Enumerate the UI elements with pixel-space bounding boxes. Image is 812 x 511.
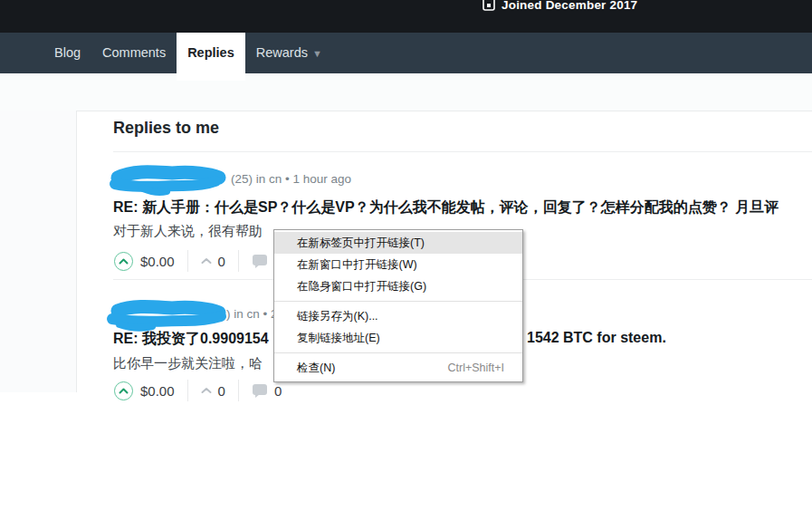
tab-rewards-label: Rewards xyxy=(256,45,308,60)
profile-nav: Blog Comments Replies Rewards▼ xyxy=(0,33,812,73)
upvote-button[interactable] xyxy=(114,252,133,271)
inspect-shortcut: Ctrl+Shift+I xyxy=(447,357,504,379)
chevron-up-icon xyxy=(201,257,212,265)
page-background-strip xyxy=(0,73,812,111)
profile-header-bar: Joined December 2017 xyxy=(0,0,812,33)
reply2-body: 比你早一步就关注啦，哈 xyxy=(113,355,263,372)
context-menu-item-open-link-incognito[interactable]: 在隐身窗口中打开链接(G) xyxy=(274,275,522,297)
page-title: Replies to me xyxy=(113,119,219,138)
context-menu-item-open-link-new-window[interactable]: 在新窗口中打开链接(W) xyxy=(274,254,522,275)
tab-blog[interactable]: Blog xyxy=(43,33,91,73)
joined-date: Joined December 2017 xyxy=(502,0,637,12)
vote-count[interactable]: 0 xyxy=(218,254,225,269)
heading-divider xyxy=(113,151,812,152)
chevron-up-icon xyxy=(119,388,129,394)
calendar-icon xyxy=(482,0,495,14)
chevron-up-icon xyxy=(119,258,129,265)
tab-replies[interactable]: Replies xyxy=(177,33,245,81)
payout-value[interactable]: $0.00 xyxy=(140,254,175,269)
divider xyxy=(187,250,188,272)
chevron-down-icon: ▼ xyxy=(312,48,322,59)
context-menu-item-copy-link-address[interactable]: 复制链接地址(E) xyxy=(274,327,522,349)
context-menu-item-open-link-new-tab[interactable]: 在新标签页中打开链接(T) xyxy=(274,232,522,254)
card-top-border xyxy=(76,111,812,111)
reply1-body: 对于新人来说，很有帮助 xyxy=(113,223,263,240)
upvote-button[interactable] xyxy=(114,381,133,400)
reply1-meta[interactable]: (25) in cn • 1 hour ago xyxy=(231,172,351,186)
reply2-footer: $0.00 0 0 xyxy=(114,380,282,401)
card-left-border xyxy=(76,111,77,392)
comment-count[interactable]: 0 xyxy=(274,383,282,399)
comments-icon[interactable] xyxy=(252,254,268,269)
vote-count[interactable]: 0 xyxy=(218,383,225,399)
reply2-title-left[interactable]: RE: 我投资了0.9909154 xyxy=(113,330,269,349)
chevron-up-icon xyxy=(201,387,212,394)
vote-count-icon[interactable] xyxy=(201,387,212,394)
steemit-replies-page: Joined December 2017 Blog Comments Repli… xyxy=(0,0,812,511)
tab-comments[interactable]: Comments xyxy=(91,33,177,73)
context-menu-item-inspect[interactable]: 检查(N) Ctrl+Shift+I xyxy=(274,357,522,379)
reply1-title[interactable]: RE: 新人手册：什么是SP？什么是VP？为什么我不能发帖，评论，回复了？怎样分… xyxy=(113,198,779,217)
reply2-meta[interactable]: ) in cn • 2 xyxy=(226,307,278,321)
context-menu-separator xyxy=(274,352,522,353)
left-gutter xyxy=(0,111,76,392)
vote-count-icon[interactable] xyxy=(201,257,212,265)
reply1-footer: $0.00 0 xyxy=(114,250,268,272)
tab-rewards[interactable]: Rewards▼ xyxy=(245,33,333,73)
context-menu-item-save-link-as[interactable]: 链接另存为(K)... xyxy=(274,305,522,327)
divider xyxy=(238,380,239,401)
context-menu-separator xyxy=(274,301,522,302)
payout-value[interactable]: $0.00 xyxy=(140,383,175,399)
reply2-title-right[interactable]: 1542 BTC for steem. xyxy=(527,330,666,346)
context-menu: 在新标签页中打开链接(T) 在新窗口中打开链接(W) 在隐身窗口中打开链接(G)… xyxy=(273,229,523,382)
censored-username-scribble xyxy=(101,298,234,333)
divider xyxy=(187,380,188,401)
divider xyxy=(238,250,239,272)
censored-username-scribble xyxy=(103,164,232,197)
comments-icon[interactable] xyxy=(252,383,268,399)
